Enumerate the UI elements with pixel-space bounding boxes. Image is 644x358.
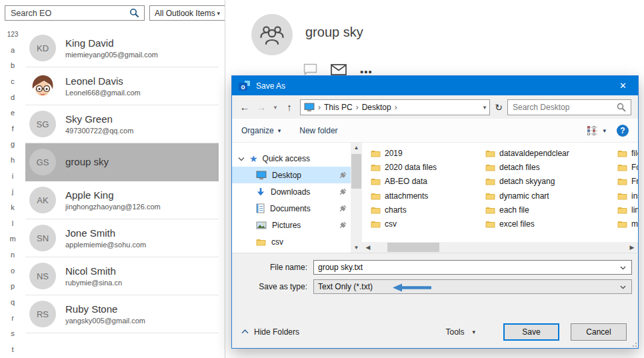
- tree-item-downloads[interactable]: Downloads: [232, 183, 351, 200]
- tree-item-label: Pictures: [272, 221, 301, 230]
- tree-item-csv[interactable]: csv: [232, 233, 351, 250]
- email-icon[interactable]: [331, 64, 347, 75]
- alpha-item[interactable]: f: [11, 125, 13, 133]
- contact-row-apple-king[interactable]: AK Apple King jinghongzhaoyang@126.com: [25, 181, 219, 219]
- back-icon[interactable]: ←: [239, 101, 251, 113]
- organize-button[interactable]: Organize ▾: [241, 126, 281, 135]
- alpha-item[interactable]: o: [11, 267, 15, 275]
- contact-row-group-sky-selected[interactable]: GS group sky: [25, 143, 219, 181]
- folder-item[interactable]: each file: [485, 203, 569, 217]
- scroll-left-icon[interactable]: ◀: [363, 242, 373, 253]
- folder-item[interactable]: 2020 data files: [371, 160, 437, 174]
- close-icon[interactable]: ✕: [608, 76, 638, 95]
- folder-item[interactable]: link: [617, 203, 638, 217]
- folder-item[interactable]: detach files: [485, 160, 569, 174]
- search-input[interactable]: [5, 9, 129, 18]
- tree-scrollbar[interactable]: ▲ ▼: [351, 143, 362, 253]
- address-dropdown-icon[interactable]: ▾: [483, 104, 487, 111]
- contact-row-sky-green[interactable]: SG Sky Green 497300722@qq.com: [25, 105, 219, 143]
- new-folder-button[interactable]: New folder: [299, 126, 337, 135]
- dialog-search-box[interactable]: [507, 99, 631, 115]
- views-icon[interactable]: [587, 126, 597, 135]
- folder-item[interactable]: detach skyyang: [485, 175, 569, 189]
- folder-item[interactable]: attachments: [371, 189, 437, 203]
- forward-icon[interactable]: →: [255, 101, 267, 113]
- avatar-initials: NS: [29, 263, 56, 289]
- contact-row-jone-smith[interactable]: SN Jone Smith applemiemie@sohu.com: [25, 219, 219, 257]
- tree-item-desktop[interactable]: Desktop: [232, 167, 351, 183]
- folder-icon: [371, 149, 381, 157]
- dialog-search-input[interactable]: [508, 103, 617, 112]
- more-options-icon[interactable]: •••: [360, 69, 373, 75]
- cancel-button[interactable]: Cancel: [571, 323, 627, 341]
- alpha-item[interactable]: n: [11, 251, 15, 259]
- save-as-type-combo[interactable]: Text Only (*.txt): [313, 279, 632, 294]
- folder-item[interactable]: files: [617, 146, 638, 160]
- alpha-item[interactable]: p: [11, 282, 15, 290]
- pictures-icon: [256, 221, 267, 229]
- contact-name: Leonel Davis: [65, 75, 141, 87]
- tools-dropdown[interactable]: Tools ▾: [445, 327, 475, 337]
- contact-row-ruby-stone[interactable]: RS Ruby Stone yangsky005@gmail.com: [25, 295, 219, 333]
- folder-item[interactable]: csv: [371, 217, 437, 231]
- file-name-combo[interactable]: [313, 260, 632, 275]
- folder-item[interactable]: Fold: [617, 160, 638, 174]
- tree-item-label: Desktop: [272, 171, 301, 180]
- resize-grip[interactable]: [631, 341, 637, 347]
- alpha-item[interactable]: m: [9, 235, 15, 243]
- contact-row-leonel-davis[interactable]: Leonel Davis Leonel668@gmail.com: [25, 67, 219, 105]
- folder-item[interactable]: 2019: [371, 146, 437, 160]
- alpha-item[interactable]: j: [12, 187, 13, 195]
- folder-item[interactable]: charts: [371, 203, 437, 217]
- file-name-input[interactable]: [314, 263, 631, 272]
- alpha-item[interactable]: 123: [7, 31, 19, 38]
- outlook-search-box[interactable]: [5, 5, 145, 21]
- save-button[interactable]: Save: [503, 323, 559, 341]
- help-icon[interactable]: ?: [617, 125, 629, 137]
- tree-quick-access[interactable]: ★ Quick access: [232, 151, 351, 167]
- alpha-item[interactable]: e: [11, 109, 15, 117]
- scroll-right-icon[interactable]: ▶: [627, 242, 637, 253]
- folder-item[interactable]: excel files: [485, 217, 569, 231]
- scrollbar-thumb[interactable]: [387, 243, 439, 252]
- alpha-item[interactable]: b: [11, 61, 15, 69]
- breadcrumb-desktop[interactable]: Desktop: [362, 103, 391, 112]
- alpha-item[interactable]: h: [11, 156, 15, 164]
- alpha-item[interactable]: r: [11, 314, 14, 322]
- tree-item-documents[interactable]: Documents: [232, 200, 351, 217]
- alpha-item[interactable]: q: [11, 298, 15, 306]
- scroll-down-icon[interactable]: ▼: [351, 243, 362, 253]
- alpha-item[interactable]: s: [11, 329, 15, 337]
- alpha-item[interactable]: a: [11, 46, 15, 54]
- horizontal-scrollbar[interactable]: ◀ ▶: [362, 242, 638, 253]
- folder-item[interactable]: dynamic chart: [485, 189, 569, 203]
- alpha-item[interactable]: g: [11, 140, 15, 148]
- alpha-item[interactable]: t: [11, 345, 13, 353]
- alpha-item[interactable]: l: [12, 219, 13, 227]
- folder-item[interactable]: my: [617, 217, 638, 231]
- alpha-item[interactable]: k: [11, 203, 15, 211]
- views-chevron-icon[interactable]: ▾: [603, 127, 606, 134]
- folder-item[interactable]: inse: [617, 189, 638, 203]
- scroll-up-icon[interactable]: ▲: [351, 143, 362, 153]
- folder-item[interactable]: AB-EO data: [371, 175, 437, 189]
- search-icon[interactable]: [129, 8, 139, 18]
- scrollbar-thumb[interactable]: [351, 154, 361, 189]
- refresh-icon[interactable]: ↻: [495, 102, 503, 113]
- alpha-item[interactable]: c: [11, 77, 15, 85]
- contact-row-king-david[interactable]: KD King David miemieyang005@gmail.com: [25, 29, 219, 67]
- alpha-item[interactable]: d: [11, 93, 15, 101]
- contact-row-nicol-smith[interactable]: NS Nicol Smith rubymie@sina.cn: [25, 257, 219, 295]
- chat-icon[interactable]: [303, 63, 317, 75]
- folder-label: detach files: [499, 163, 540, 172]
- history-chevron-icon[interactable]: ▾: [272, 104, 279, 111]
- up-icon[interactable]: ↑: [283, 101, 295, 113]
- tree-item-pictures[interactable]: Pictures: [232, 217, 351, 233]
- breadcrumb[interactable]: › This PC › Desktop › ▾: [300, 99, 490, 115]
- folder-item[interactable]: datavaldependclear: [485, 146, 569, 160]
- search-scope-dropdown[interactable]: All Outlook Items ▾: [149, 5, 225, 21]
- hide-folders-button[interactable]: Hide Folders: [241, 327, 299, 337]
- breadcrumb-this-pc[interactable]: This PC: [324, 103, 353, 112]
- folder-item[interactable]: Frui: [617, 175, 638, 189]
- alpha-item[interactable]: i: [12, 172, 13, 180]
